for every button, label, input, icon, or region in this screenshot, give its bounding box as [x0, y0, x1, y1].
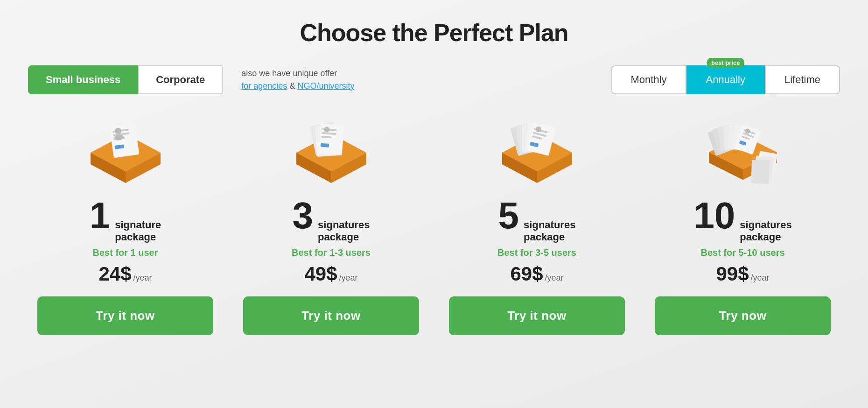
plan-best-for-10: Best for 5-10 users	[700, 247, 784, 258]
offer-separator: &	[289, 81, 295, 91]
svg-rect-46	[751, 160, 770, 184]
plan-price-3: 49$	[304, 263, 337, 285]
plan-sig-10: signatures package	[740, 219, 791, 244]
tab-small-business[interactable]: Small business	[28, 65, 138, 94]
plan-best-for-3: Best for 1-3 users	[292, 247, 371, 258]
plan-card-5: 5 signatures package Best for 3-5 users …	[440, 104, 634, 349]
plan-period-3: /year	[339, 273, 358, 283]
try-button-3[interactable]: Try it now	[243, 296, 419, 335]
plan-price-10: 99$	[716, 263, 749, 285]
plan-number-10: 10	[693, 197, 735, 234]
plan-price-5: 69$	[510, 263, 543, 285]
plan-period-10: /year	[751, 273, 770, 283]
plan-count-row-5: 5 signatures package	[498, 197, 576, 244]
plan-card-3: 3 signatures package Best for 1-3 users …	[234, 104, 428, 349]
plan-sig-5: signatures package	[524, 219, 575, 244]
plan-count-row-1: 1 signature package	[90, 197, 161, 244]
svg-rect-3	[109, 123, 139, 158]
controls-row: Small business Corporate also we have un…	[28, 65, 840, 94]
plan-count-row-3: 3 signatures package	[293, 197, 370, 244]
offer-text: also we have unique offer for agencies &…	[241, 67, 354, 92]
page-title: Choose the Perfect Plan	[28, 19, 840, 47]
best-price-badge: best price	[707, 58, 744, 68]
plan-count-row-10: 10 signatures package	[693, 197, 791, 244]
left-controls: Small business Corporate also we have un…	[28, 65, 354, 94]
plan-card-1: 1 signature package Best for 1 user 24$ …	[28, 104, 223, 349]
try-button-1[interactable]: Try it now	[37, 296, 213, 335]
plan-number-5: 5	[498, 197, 519, 234]
plan-price-row-3: 49$ /year	[304, 263, 357, 285]
plan-price-row-1: 24$ /year	[98, 263, 152, 285]
plan-card-10: 10 signatures package Best for 5-10 user…	[645, 104, 840, 349]
plan-price-row-10: 99$ /year	[716, 263, 769, 285]
plan-number-3: 3	[293, 197, 314, 234]
svg-rect-15	[318, 124, 343, 155]
tab-corporate[interactable]: Corporate	[138, 65, 223, 94]
plan-illustration-3	[285, 108, 378, 188]
period-annually[interactable]: best price Annually	[686, 65, 765, 94]
offer-prefix: also we have unique offer	[241, 69, 337, 78]
period-monthly[interactable]: Monthly	[611, 65, 686, 94]
svg-rect-19	[320, 143, 329, 148]
plans-row: 1 signature package Best for 1 user 24$ …	[28, 104, 840, 349]
try-button-5[interactable]: Try it now	[449, 296, 625, 335]
plan-sig-3: signatures package	[318, 219, 370, 244]
plan-price-1: 24$	[98, 263, 131, 285]
plan-price-row-5: 69$ /year	[510, 263, 563, 285]
offer-link-ngo[interactable]: NGO/university	[297, 81, 354, 91]
offer-link-agencies[interactable]: for agencies	[241, 81, 287, 91]
page-wrapper: Choose the Perfect Plan Small business C…	[0, 0, 868, 408]
period-lifetime[interactable]: Lifetime	[765, 65, 840, 94]
right-controls: Monthly best price Annually Lifetime	[611, 65, 840, 94]
plan-illustration-10	[696, 108, 790, 188]
plan-number-1: 1	[90, 197, 111, 234]
plan-sig-1: signature package	[115, 219, 161, 244]
plan-period-1: /year	[133, 273, 152, 283]
plan-best-for-5: Best for 3-5 users	[497, 247, 576, 258]
plan-illustration-5	[490, 108, 584, 188]
plan-best-for-1: Best for 1 user	[92, 247, 158, 258]
plan-period-5: /year	[545, 273, 564, 283]
plan-illustration-1	[79, 108, 172, 188]
try-button-10[interactable]: Try now	[655, 296, 831, 335]
